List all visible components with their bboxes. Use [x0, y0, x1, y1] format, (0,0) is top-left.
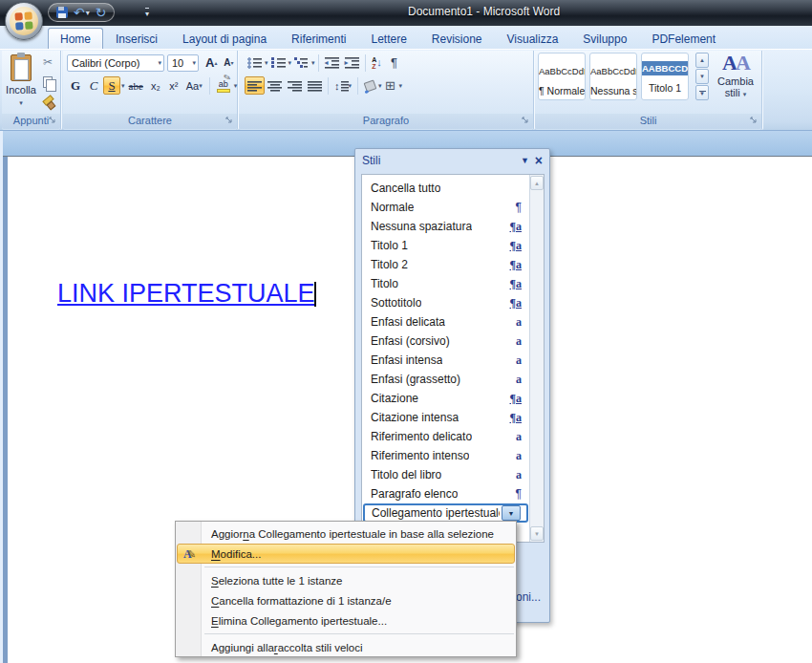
borders-button[interactable]: ⊞: [382, 76, 399, 95]
customize-qat-button[interactable]: ▾: [145, 8, 149, 18]
ribbon-tab[interactable]: Riferimenti: [279, 28, 358, 49]
increase-indent-button[interactable]: ▸: [342, 53, 362, 72]
style-item[interactable]: Paragrafo elenco ¶ ▼: [362, 484, 529, 503]
chevron-down-icon: ▾: [155, 59, 161, 67]
styles-pane-title: Stili: [362, 154, 515, 167]
grow-font-button[interactable]: A▴: [203, 53, 220, 72]
ribbon-tab[interactable]: Visualizza: [495, 28, 571, 49]
underline-button[interactable]: S: [103, 76, 120, 95]
line-spacing-button[interactable]: ↕▾: [331, 76, 354, 95]
undo-dropdown-icon[interactable]: ▾: [86, 9, 90, 17]
paste-dropdown-icon[interactable]: ▾: [19, 99, 23, 106]
context-menu-item[interactable]: [204, 633, 514, 634]
ribbon-tab[interactable]: Inserisci: [103, 28, 170, 49]
subscript-button[interactable]: x₂: [147, 76, 164, 95]
quick-style-card[interactable]: AaBbCcDdE Nessuna s...: [589, 53, 637, 100]
gallery-expand-button[interactable]: ▼: [695, 85, 709, 100]
context-menu-item[interactable]: Aggiorna Collegamento ipertestuale in ba…: [177, 524, 515, 544]
justify-button[interactable]: [305, 76, 325, 95]
font-size-select[interactable]: 10▾: [167, 54, 199, 72]
styles-pane-header[interactable]: Stili ▼ ×: [355, 149, 549, 171]
dialog-launcher-icon[interactable]: [522, 117, 530, 125]
multilevel-list-button[interactable]: [291, 53, 311, 72]
italic-button[interactable]: C: [85, 76, 102, 95]
numbered-list-button[interactable]: [268, 53, 288, 72]
underline-dropdown-icon[interactable]: ▾: [121, 82, 125, 90]
style-item[interactable]: Sottotitolo ¶a ▼: [362, 293, 529, 312]
quick-style-card[interactable]: AABBCCD Titolo 1: [641, 53, 689, 100]
context-menu-item[interactable]: [204, 567, 514, 567]
style-item[interactable]: Enfasi (grassetto) a ▼: [362, 370, 529, 389]
hyperlink-text[interactable]: LINK IPERTESTUALE: [57, 279, 315, 309]
show-paragraph-marks-button[interactable]: ¶: [386, 53, 403, 72]
context-menu-item[interactable]: Aggiungi alla raccolta stili veloci: [177, 637, 515, 657]
gallery-scroll-up-button[interactable]: ▲: [695, 53, 709, 68]
dialog-launcher-icon[interactable]: [49, 117, 57, 125]
ribbon-tab[interactable]: Sviluppo: [570, 28, 639, 49]
font-family-select[interactable]: Calibri (Corpo)▾: [67, 54, 164, 72]
format-painter-button[interactable]: [38, 93, 57, 111]
close-icon[interactable]: ×: [535, 154, 543, 167]
style-type-glyph: a: [516, 373, 524, 387]
shrink-font-button[interactable]: A▾: [220, 53, 237, 72]
styles-list-scrollbar[interactable]: ▲ ▼: [529, 175, 544, 542]
change-styles-button[interactable]: AA Cambia stili ▾: [713, 53, 759, 112]
copy-button[interactable]: [38, 73, 57, 91]
style-item[interactable]: Citazione ¶a ▼: [362, 389, 529, 408]
style-item[interactable]: Enfasi delicata a ▼: [362, 312, 529, 332]
pane-menu-icon[interactable]: ▼: [515, 156, 535, 165]
menu-item-icon: [182, 613, 199, 630]
highlight-dropdown-icon[interactable]: ▾: [234, 82, 238, 90]
ribbon-tab[interactable]: Lettere: [358, 28, 418, 49]
style-item[interactable]: Titolo 1 ¶a ▼: [362, 236, 529, 255]
style-item[interactable]: Riferimento delicato a ▼: [362, 427, 529, 446]
scroll-up-icon[interactable]: ▲: [530, 176, 544, 190]
decrease-indent-button[interactable]: ◂: [322, 53, 342, 72]
style-item[interactable]: Titolo ¶a ▼: [362, 274, 529, 293]
align-left-button[interactable]: [245, 76, 265, 95]
highlighter-icon: ab✎: [217, 79, 230, 93]
style-item[interactable]: Titolo 2 ¶a ▼: [362, 255, 529, 274]
style-item[interactable]: Enfasi (corsivo) a ▼: [362, 332, 529, 351]
office-button[interactable]: [5, 2, 43, 40]
style-item[interactable]: Normale ¶ ▼: [362, 198, 529, 217]
superscript-button[interactable]: x²: [165, 76, 182, 95]
save-button[interactable]: [56, 7, 68, 18]
bold-button[interactable]: G: [67, 76, 84, 95]
scroll-down-icon[interactable]: ▼: [530, 526, 544, 541]
dialog-launcher-icon[interactable]: [750, 117, 759, 125]
dialog-launcher-icon[interactable]: [225, 117, 234, 125]
highlight-color-button[interactable]: ab✎: [214, 76, 233, 95]
ribbon-tab[interactable]: Home: [48, 28, 103, 49]
change-case-button[interactable]: Aa▾: [183, 76, 205, 95]
paste-button[interactable]: Incolla▾: [5, 53, 37, 112]
style-item[interactable]: Cancella tutto ▼: [362, 179, 529, 198]
quick-style-card[interactable]: AaBbCcDdE ¶ Normale: [538, 53, 586, 100]
style-type-glyph: ¶a: [510, 411, 524, 425]
context-menu-item[interactable]: Elimina Collegamento ipertestuale...: [177, 610, 515, 631]
context-menu-item[interactable]: Cancella formattazione di 1 istanza/e: [177, 590, 515, 610]
style-dropdown-button[interactable]: ▼: [502, 505, 521, 521]
ribbon-tab[interactable]: Revisione: [419, 28, 495, 49]
redo-button[interactable]: ↻: [96, 7, 107, 18]
gallery-scroll-down-button[interactable]: ▼: [695, 69, 709, 84]
context-menu-item[interactable]: Modifica...: [177, 544, 515, 564]
style-item[interactable]: Enfasi intensa a ▼: [362, 351, 529, 370]
style-item[interactable]: Citazione intensa ¶a ▼: [362, 408, 529, 427]
align-center-button[interactable]: [265, 76, 285, 95]
style-item[interactable]: Titolo del libro a ▼: [362, 465, 529, 484]
ribbon: Incolla▾ ✂ Appunti Calibri (Corpo)▾ 10▾: [0, 49, 812, 131]
bullet-list-button[interactable]: [245, 53, 265, 72]
style-item[interactable]: Nessuna spaziatura ¶a ▼: [362, 217, 529, 236]
style-item[interactable]: Riferimento intenso a ▼: [362, 446, 529, 465]
undo-button[interactable]: ↶▾: [74, 7, 90, 18]
shading-button[interactable]: [361, 76, 378, 95]
context-menu-item[interactable]: Seleziona tutte le 1 istanze: [177, 570, 515, 590]
ribbon-tab[interactable]: PDFelement: [639, 28, 728, 49]
strikethrough-button[interactable]: abe: [126, 76, 146, 95]
cut-button[interactable]: ✂: [38, 53, 57, 71]
align-right-button[interactable]: [285, 76, 305, 95]
ribbon-tab[interactable]: Layout di pagina: [170, 28, 279, 49]
style-item[interactable]: Collegamento ipertestuale ▼: [363, 503, 528, 523]
sort-button[interactable]: AZ↓: [369, 53, 386, 72]
